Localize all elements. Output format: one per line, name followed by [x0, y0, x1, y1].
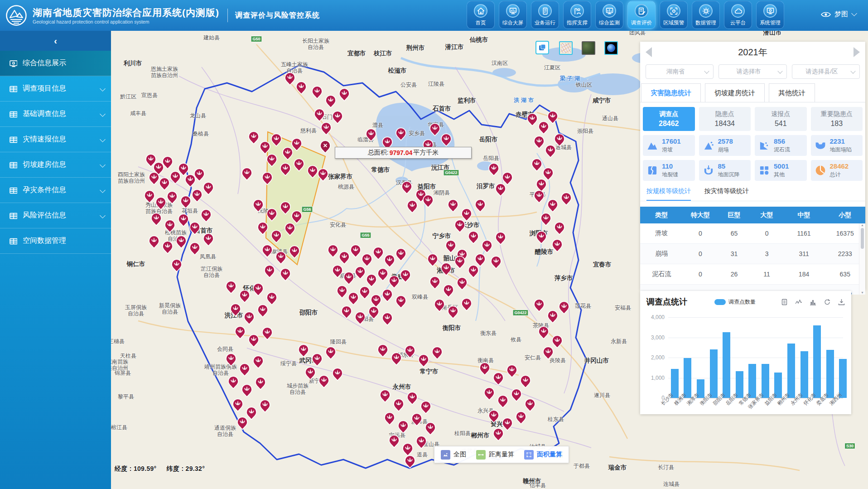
hazard-point-marker[interactable]	[318, 169, 328, 181]
hazard-point-marker[interactable]	[165, 220, 175, 232]
summary-card-速报点[interactable]: 速报点 541	[755, 107, 807, 131]
subtab-按规模等级统计[interactable]: 按规模等级统计	[646, 187, 691, 201]
table-scrollbar[interactable]: ▲▼	[859, 223, 865, 295]
hazard-point-marker[interactable]	[262, 245, 272, 257]
region-select-2[interactable]: 请选择市	[719, 64, 786, 79]
hazard-point-marker[interactable]	[362, 254, 372, 266]
hazard-point-marker[interactable]	[312, 86, 322, 98]
hazard-point-marker[interactable]	[170, 171, 180, 184]
hazard-point-marker[interactable]	[444, 285, 453, 297]
hazard-point-marker[interactable]	[545, 145, 555, 157]
hazard-point-marker[interactable]	[407, 392, 417, 404]
sidebar-item-2[interactable]: 调查项目信息	[0, 76, 111, 102]
scroll-up-icon[interactable]: ▲	[861, 223, 864, 227]
subtab-按灾情等级统计[interactable]: 按灾情等级统计	[704, 187, 749, 201]
hazard-point-marker[interactable]	[369, 306, 379, 319]
hazard-point-marker[interactable]	[253, 199, 263, 212]
hazard-point-marker[interactable]	[412, 413, 422, 426]
hazard-point-marker[interactable]	[511, 389, 521, 401]
hazard-point-marker[interactable]	[455, 256, 465, 268]
user-menu[interactable]: 梦图	[821, 10, 856, 19]
hazard-point-marker[interactable]	[314, 109, 324, 121]
hazard-point-marker[interactable]	[394, 399, 404, 411]
hazard-point-marker[interactable]	[366, 129, 376, 141]
hazard-point-marker[interactable]	[428, 254, 438, 266]
hazard-point-marker[interactable]	[534, 299, 544, 311]
hazard-point-marker[interactable]	[159, 178, 169, 190]
hazard-point-marker[interactable]	[555, 222, 564, 234]
hazard-point-marker[interactable]	[342, 306, 352, 318]
hazard-point-marker[interactable]	[190, 222, 200, 234]
hazard-point-marker[interactable]	[475, 199, 485, 212]
hazard-point-marker[interactable]	[539, 121, 549, 134]
hazard-point-marker[interactable]	[246, 407, 256, 419]
data-view-icon[interactable]	[781, 299, 788, 305]
hazard-point-marker[interactable]	[267, 292, 277, 305]
line-chart-icon[interactable]	[795, 299, 802, 305]
hazard-point-marker[interactable]	[555, 134, 564, 146]
hazard-point-marker[interactable]	[253, 356, 263, 368]
hazard-point-marker[interactable]	[231, 304, 241, 316]
hazard-point-marker[interactable]	[468, 231, 478, 243]
hazard-point-marker[interactable]	[378, 268, 388, 281]
sidebar-item-4[interactable]: 灾情速报信息	[0, 127, 111, 152]
hazard-point-marker[interactable]	[366, 274, 376, 286]
hazard-point-marker[interactable]	[249, 131, 259, 144]
hazard-point-marker[interactable]	[285, 223, 295, 235]
hazard-point-marker[interactable]	[468, 265, 478, 277]
summary-card-重要隐患点[interactable]: 重要隐患点 183	[811, 107, 863, 131]
hazard-point-marker[interactable]	[258, 305, 268, 317]
hazard-point-marker[interactable]	[271, 134, 281, 146]
hazard-point-marker[interactable]	[430, 123, 440, 136]
hazard-point-marker[interactable]	[552, 335, 562, 348]
hazard-point-marker[interactable]	[280, 202, 290, 214]
tab-灾害隐患统计[interactable]: 灾害隐患统计	[641, 83, 701, 102]
hazard-point-marker[interactable]	[398, 421, 408, 433]
hazard-point-marker[interactable]	[457, 277, 467, 290]
hazard-point-marker[interactable]	[262, 172, 272, 184]
hazard-point-marker[interactable]	[380, 390, 390, 402]
hazard-point-marker[interactable]	[539, 326, 549, 339]
nav-item-cloud[interactable]: 云平台	[724, 1, 752, 29]
hazard-point-marker[interactable]	[267, 154, 277, 166]
hazard-point-marker[interactable]	[475, 254, 485, 266]
hazard-point-marker[interactable]	[502, 172, 512, 184]
hazard-point-marker[interactable]	[244, 312, 254, 324]
hazard-point-marker[interactable]	[151, 213, 161, 225]
hazard-point-marker[interactable]	[296, 82, 306, 94]
hazard-point-marker[interactable]	[407, 200, 417, 213]
hazard-point-marker[interactable]	[167, 191, 177, 203]
hazard-point-marker[interactable]	[521, 375, 530, 387]
map-tool-fullmap[interactable]: 全图	[441, 450, 466, 460]
hazard-point-marker[interactable]	[507, 365, 517, 377]
sidebar-item-6[interactable]: 孕灾条件信息	[0, 178, 111, 203]
region-select-1[interactable]: 湖南省	[646, 64, 714, 79]
hazard-point-marker[interactable]	[328, 245, 338, 257]
hazard-point-marker[interactable]	[496, 184, 506, 196]
hazard-point-marker[interactable]	[498, 395, 508, 407]
hazard-point-marker[interactable]	[242, 168, 252, 180]
hazard-point-marker[interactable]	[308, 165, 318, 178]
hazard-point-marker[interactable]	[480, 363, 490, 375]
nav-item-home[interactable]: 首页	[467, 1, 495, 29]
layers-button[interactable]	[535, 41, 549, 54]
sidebar-item-7[interactable]: 风险评估信息	[0, 203, 111, 228]
hazard-point-marker[interactable]	[260, 400, 270, 412]
hazard-point-marker[interactable]	[391, 353, 401, 365]
nav-item-docedit[interactable]: 调查评价	[627, 1, 656, 29]
sidebar-item-5[interactable]: 切坡建房信息	[0, 152, 111, 178]
hazard-point-marker[interactable]	[249, 334, 259, 347]
nav-item-biz[interactable]: 业务运行	[531, 1, 559, 29]
hazard-point-marker[interactable]	[448, 306, 458, 318]
hazard-point-marker[interactable]	[312, 353, 322, 366]
hazard-point-marker[interactable]	[441, 134, 451, 146]
hazard-point-marker[interactable]	[156, 197, 166, 209]
hazard-point-marker[interactable]	[276, 252, 286, 264]
hazard-point-marker[interactable]	[382, 313, 392, 325]
hazard-point-marker[interactable]	[280, 268, 290, 281]
basemap-satellite-thumbnail[interactable]	[582, 41, 595, 55]
hazard-point-marker[interactable]	[536, 179, 546, 191]
hazard-point-marker[interactable]	[283, 147, 293, 160]
nav-item-screen[interactable]: 综合大屏	[499, 1, 527, 29]
hazard-point-marker[interactable]	[548, 199, 558, 212]
